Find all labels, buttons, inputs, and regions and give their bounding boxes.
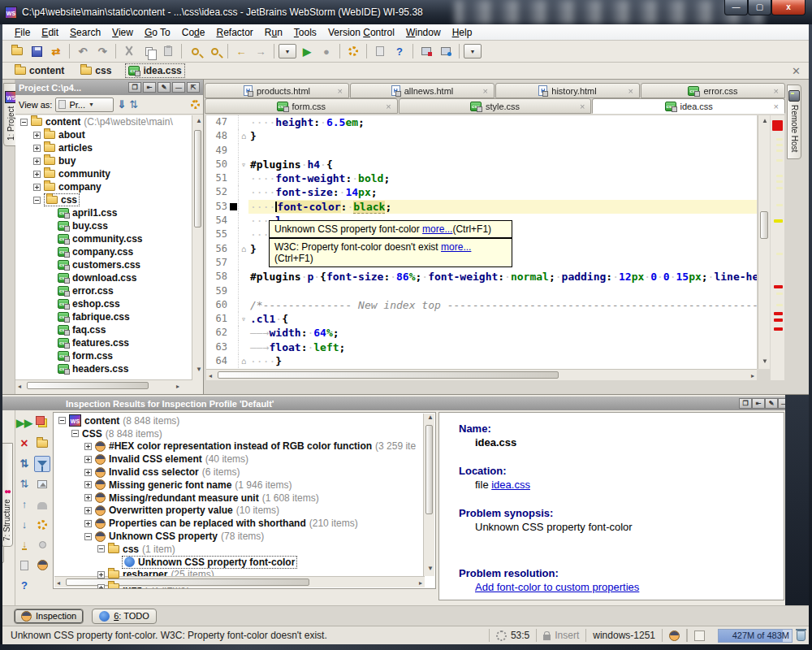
menu-go-to[interactable]: Go To xyxy=(139,25,176,40)
close-tab-icon[interactable]: × xyxy=(774,102,779,111)
inspection-tree-item[interactable]: Invalid CSS element (40 items) xyxy=(54,453,435,466)
editor-tab-history.html[interactable]: Hhistory.html× xyxy=(495,83,640,98)
inspection-tree-item[interactable]: Unknown CSS property (78 items) xyxy=(54,530,435,543)
inspection-tree-item[interactable]: WScontent (8 848 items) xyxy=(54,414,435,427)
project-tree-item[interactable]: cssform.css xyxy=(15,349,192,362)
previous-problem-button[interactable]: ↑ xyxy=(16,496,32,513)
expand-icon[interactable] xyxy=(33,132,41,139)
expand-icon[interactable] xyxy=(97,584,105,589)
close-tab-icon[interactable]: × xyxy=(386,102,391,111)
dock-icon[interactable]: ⇤ xyxy=(143,82,156,93)
expand-icon[interactable] xyxy=(84,481,92,488)
inspection-tree-vscrollbar[interactable]: ▲ ▼ xyxy=(423,414,434,576)
menu-run[interactable]: Run xyxy=(259,25,288,40)
expand-icon[interactable] xyxy=(97,571,105,578)
project-panel-header[interactable]: Project C:\p4... ❐ ⇤ ✎ — ⇱ xyxy=(15,80,203,95)
tool-tab-structure[interactable]: 7: Structure ●● xyxy=(1,443,13,547)
next-problem-button[interactable]: ↓ xyxy=(16,517,32,533)
editor-tab-form.css[interactable]: cssform.css× xyxy=(205,98,398,114)
inspector-profile-button[interactable] xyxy=(34,557,50,574)
expand-icon[interactable] xyxy=(33,158,41,165)
inspection-tree-item[interactable]: Missing generic font name (1 946 items) xyxy=(54,479,435,492)
expand-icon[interactable] xyxy=(33,145,41,152)
dock-icon[interactable]: ⇤ xyxy=(752,398,765,409)
code-line-50[interactable]: 50▿#plugins·h4·{ xyxy=(206,158,757,171)
menu-window[interactable]: Window xyxy=(400,25,447,40)
open-file-icon[interactable] xyxy=(7,42,27,60)
inspection-tree-item[interactable]: CSS (8 848 items) xyxy=(54,427,435,440)
stripe-mark[interactable] xyxy=(776,187,783,189)
code-line-60[interactable]: 60/*-------------- New index top -------… xyxy=(206,298,757,312)
code-line-52[interactable]: 52····font-size:·14px; xyxy=(206,185,757,199)
stripe-mark[interactable] xyxy=(776,204,783,206)
project-tree-item[interactable]: articles xyxy=(15,141,192,154)
redo-icon[interactable]: ↷ xyxy=(93,42,112,60)
collapse-icon[interactable] xyxy=(71,430,79,437)
back-icon[interactable]: ← xyxy=(231,42,251,60)
stripe-mark[interactable] xyxy=(776,292,783,295)
project-tree-item[interactable]: community xyxy=(15,167,192,180)
project-tree-item[interactable]: css xyxy=(15,193,192,206)
find-in-path-icon[interactable] xyxy=(205,42,224,60)
project-tree-item[interactable]: cssfeatures.css xyxy=(15,336,192,349)
caret-position[interactable]: 53:5 xyxy=(511,630,529,641)
more-combo[interactable]: ▼ xyxy=(463,42,482,60)
synchronize-icon[interactable]: ⇄ xyxy=(46,42,66,60)
gear-icon[interactable] xyxy=(191,100,200,109)
collapse-icon[interactable] xyxy=(97,545,105,552)
project-tree-item[interactable]: cssdownload.css xyxy=(15,271,192,284)
run-config-combo[interactable]: ▼ xyxy=(278,42,297,60)
close-button[interactable]: x xyxy=(771,0,806,15)
project-tree-item[interactable]: buy xyxy=(15,154,192,167)
expand-icon[interactable] xyxy=(84,443,92,450)
project-tree-item[interactable]: csscommunity.css xyxy=(15,232,192,245)
expand-icon[interactable] xyxy=(84,494,92,501)
hector-icon[interactable] xyxy=(496,630,507,641)
collapse-all-icon[interactable]: ⇅ xyxy=(129,99,138,110)
stripe-mark[interactable] xyxy=(776,175,783,177)
project-tree-item[interactable]: csscustomers.css xyxy=(15,258,192,271)
inspection-tree-item[interactable]: Overwritten property value (10 items) xyxy=(54,505,435,518)
close-tab-icon[interactable]: × xyxy=(483,86,488,96)
expand-icon[interactable] xyxy=(33,171,41,178)
expand-all-icon[interactable]: ⇓ xyxy=(117,99,126,110)
run-icon[interactable]: ▶ xyxy=(297,42,317,60)
code-line-62[interactable]: 62――→width:·64%; xyxy=(206,326,757,340)
menu-edit[interactable]: Edit xyxy=(36,25,64,40)
lock-icon[interactable] xyxy=(543,635,551,640)
inspection-panel-header[interactable]: Inspection Results for Inspection Profil… xyxy=(2,396,809,410)
tooltip-more-link-2[interactable]: more... xyxy=(441,241,471,253)
tooltip-more-link-1[interactable]: more... xyxy=(422,223,452,235)
navbar-close-icon[interactable]: ✕ xyxy=(792,65,801,77)
editor-hscrollbar[interactable]: ◂ ▸ xyxy=(206,369,757,380)
expand-icon[interactable] xyxy=(84,456,92,463)
collapse-icon[interactable] xyxy=(33,197,41,204)
rerun-inspection-button[interactable]: ▶▶ xyxy=(16,415,32,431)
editor-tab-idea.css[interactable]: cssidea.css× xyxy=(592,98,785,114)
project-tree-item[interactable]: cssfabrique.css xyxy=(15,310,192,323)
stripe-mark[interactable] xyxy=(772,120,783,131)
minimize-button[interactable]: — xyxy=(724,0,748,15)
code-line-61[interactable]: 61▿.cl1·{ xyxy=(206,312,757,326)
breadcrumb-content[interactable]: content xyxy=(12,64,67,77)
project-tree-vscrollbar[interactable]: ▲ ▼ xyxy=(192,115,203,379)
help-button[interactable]: ? xyxy=(16,578,32,594)
expand-icon[interactable] xyxy=(84,520,92,527)
menu-version-control[interactable]: Version Control xyxy=(322,25,400,40)
update-icon[interactable] xyxy=(436,42,456,60)
float-icon[interactable]: ❐ xyxy=(128,82,141,93)
project-tree-hscrollbar[interactable]: ◂ ▸ xyxy=(15,379,192,391)
find-icon[interactable] xyxy=(185,42,205,60)
project-tree-item[interactable]: cssheaders.css xyxy=(15,362,192,375)
code-line-49[interactable]: 49 xyxy=(206,144,757,158)
stripe-mark[interactable] xyxy=(776,138,783,141)
expand-icon[interactable] xyxy=(84,507,92,514)
menu-search[interactable]: Search xyxy=(64,25,106,40)
collapse-icon[interactable] xyxy=(58,417,66,424)
code-line-64[interactable]: 64⌂····} xyxy=(206,354,757,368)
project-tree-item[interactable]: csscompany.css xyxy=(15,245,192,258)
copy-icon[interactable] xyxy=(139,42,158,60)
editor-tab-products.html[interactable]: Hproducts.html× xyxy=(205,83,349,98)
inspection-tree-item[interactable]: css (1 item) xyxy=(54,543,435,556)
paste-icon[interactable] xyxy=(158,42,178,60)
